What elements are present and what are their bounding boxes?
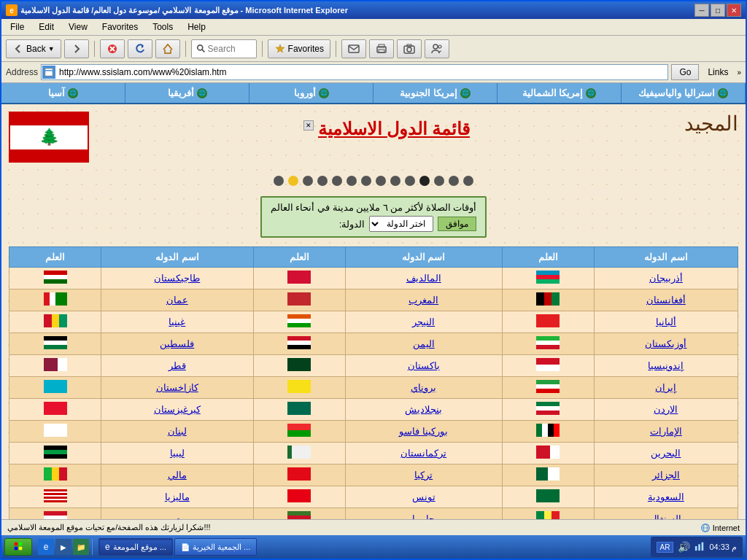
- country-link-col2[interactable]: تركيا: [414, 470, 433, 481]
- home-button[interactable]: [155, 39, 180, 58]
- svg-rect-12: [45, 69, 53, 77]
- dot-1[interactable]: [274, 176, 284, 186]
- tab-south-america[interactable]: 🌐 إمريكا الجنوبية: [374, 83, 498, 103]
- country-link-col3[interactable]: أذربيجان: [649, 273, 683, 284]
- country-select[interactable]: اختر الدولة: [369, 216, 433, 232]
- address-input[interactable]: [56, 67, 667, 77]
- taskbar-ie-window[interactable]: e موقع المومعة ...: [98, 538, 173, 556]
- folder-quick-icon[interactable]: 📁: [73, 539, 89, 555]
- media-quick-icon[interactable]: ▶: [55, 539, 71, 555]
- dot-7[interactable]: [361, 176, 371, 186]
- menu-edit[interactable]: Edit: [33, 20, 60, 34]
- country-link-col3[interactable]: الإمارات: [650, 426, 682, 437]
- country-link-col2[interactable]: جامبيا: [412, 513, 435, 519]
- country-link-col3[interactable]: البحرين: [651, 448, 681, 459]
- dot-9[interactable]: [390, 176, 400, 186]
- country-link-col2[interactable]: بنجلاديش: [405, 404, 442, 415]
- start-button[interactable]: [4, 538, 32, 556]
- country-link-col2[interactable]: المالديف: [406, 273, 441, 284]
- camera-button[interactable]: [397, 39, 422, 58]
- dot-3[interactable]: [303, 176, 313, 186]
- prayer-confirm-button[interactable]: موافق: [438, 217, 476, 231]
- country-link-col1[interactable]: طاجيكستان: [154, 273, 200, 284]
- tab-north-america[interactable]: 🌐 إمريكا الشمالية: [498, 83, 622, 103]
- favorites-button[interactable]: Favorites: [268, 39, 330, 58]
- country-link-col2[interactable]: بروناي: [411, 382, 436, 393]
- country-link-col2[interactable]: تركمانستان: [400, 448, 446, 459]
- country-link-col1[interactable]: كازاخستان: [156, 382, 198, 393]
- tab-australia[interactable]: 🌐 استراليا والياسيفيك: [622, 83, 746, 103]
- stop-icon: [107, 43, 118, 55]
- country-link-col3[interactable]: الجزائر: [652, 470, 680, 481]
- prayer-widget: أوقات الصلاة لأكثر من ٦ ملايين مدينة في …: [260, 196, 487, 238]
- ie-quick-icon[interactable]: e: [38, 539, 54, 555]
- country-link-col1[interactable]: ليبيا: [170, 448, 185, 459]
- dot-4[interactable]: [317, 176, 328, 186]
- links-button[interactable]: Links: [702, 66, 734, 79]
- dot-6[interactable]: [347, 176, 357, 186]
- dot-11[interactable]: [419, 176, 430, 186]
- country-link-col2[interactable]: اليمن: [413, 338, 435, 349]
- country-link-col3[interactable]: أفغانستان: [646, 295, 686, 306]
- svg-rect-17: [19, 542, 23, 545]
- country-link-col2[interactable]: تونس: [412, 491, 436, 502]
- print-button[interactable]: [369, 39, 394, 58]
- go-button[interactable]: Go: [671, 64, 699, 80]
- country-link-col3[interactable]: السنغال: [650, 513, 681, 519]
- country-link-col3[interactable]: السعودية: [648, 491, 684, 502]
- country-link-col3[interactable]: إيران: [655, 382, 676, 393]
- language-indicator[interactable]: AR: [657, 542, 674, 553]
- country-link-col1[interactable]: مصر: [168, 513, 186, 519]
- dot-12[interactable]: [434, 176, 444, 186]
- country-link-col3[interactable]: أوزبكستان: [645, 338, 686, 349]
- country-link-col1[interactable]: فلسطين: [160, 338, 194, 349]
- forward-button[interactable]: [64, 39, 89, 58]
- country-link-col1[interactable]: كيرغيزستان: [154, 404, 201, 415]
- close-button[interactable]: ✕: [727, 4, 741, 17]
- menu-help[interactable]: Help: [182, 20, 212, 34]
- country-link-col3[interactable]: ألبانيا: [656, 316, 676, 327]
- minimize-button[interactable]: ─: [694, 4, 709, 17]
- country-link-col1[interactable]: مالي: [168, 470, 187, 481]
- country-link-col2[interactable]: النيجر: [412, 316, 435, 327]
- country-name-col2: تركمانستان: [345, 443, 502, 464]
- dot-13[interactable]: [449, 176, 459, 186]
- menu-favorites[interactable]: Favorites: [96, 20, 144, 34]
- speaker-icon[interactable]: 🔊: [678, 541, 690, 553]
- dot-5[interactable]: [332, 176, 342, 186]
- tab-africa[interactable]: 🌐 أفريقيا: [125, 83, 249, 103]
- search-input[interactable]: [208, 44, 252, 54]
- country-link-col3[interactable]: إندونيسيا: [648, 360, 684, 371]
- status-bar: !!!شكرا لزيارتك هذه الصفحة/مع تحيات موقع…: [1, 519, 746, 535]
- country-link-col1[interactable]: غينيا: [169, 316, 185, 327]
- menu-view[interactable]: View: [63, 20, 93, 34]
- country-link-col2[interactable]: المغرب: [409, 295, 438, 306]
- country-link-col1[interactable]: قطر: [169, 360, 186, 371]
- country-link-col3[interactable]: الاردن: [654, 404, 678, 415]
- menu-tools[interactable]: Tools: [147, 20, 179, 34]
- dot-8[interactable]: [376, 176, 386, 186]
- people-button[interactable]: [425, 39, 449, 58]
- menu-file[interactable]: File: [4, 20, 30, 34]
- back-button[interactable]: Back ▼: [6, 39, 61, 58]
- mail-button[interactable]: [341, 39, 366, 58]
- back-chevron: ▼: [48, 45, 55, 52]
- country-link-col1[interactable]: عمان: [166, 295, 188, 306]
- country-link-col1[interactable]: لبنان: [168, 426, 187, 437]
- country-link-col1[interactable]: ماليزيا: [165, 491, 190, 502]
- tab-europe[interactable]: 🌐 أوروبا: [249, 83, 374, 103]
- refresh-button[interactable]: [128, 39, 152, 58]
- maximize-button[interactable]: □: [711, 4, 725, 17]
- dot-10[interactable]: [405, 176, 415, 186]
- taskbar-item2[interactable]: 📄 الجمعية الخيرية ...: [174, 538, 257, 556]
- country-link-col2[interactable]: باكستان: [408, 360, 440, 371]
- dot-14[interactable]: [463, 176, 473, 186]
- table-row: الجزائر تركيا مالي: [9, 464, 738, 486]
- dot-2[interactable]: [288, 176, 298, 186]
- network-icon[interactable]: [694, 541, 705, 553]
- flag-col2: [253, 508, 345, 520]
- close-banner-button[interactable]: ✕: [303, 120, 314, 131]
- stop-button[interactable]: [100, 39, 125, 58]
- tab-asia[interactable]: 🌐 آسيا: [1, 83, 125, 103]
- country-link-col2[interactable]: بوركينا فاسو: [399, 426, 448, 437]
